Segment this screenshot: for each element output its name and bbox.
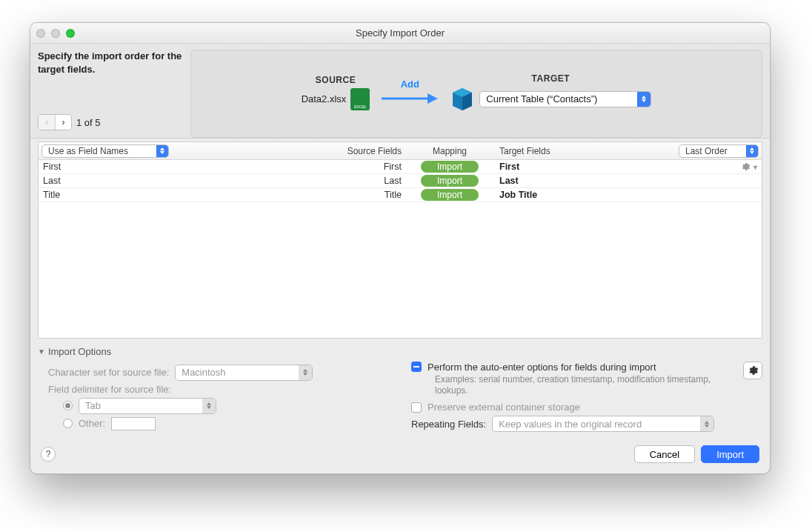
repeating-label: Repeating Fields: [411,419,486,430]
select-arrows-icon [202,399,216,413]
table-body: FirstFirst Import First ▾ LastLast Impor… [39,160,762,338]
record-pager: ‹ › 1 of 5 [38,114,186,130]
th-target: Target Fields Last Order [490,144,762,158]
preserve-label: Preserve external container storage [427,402,580,413]
help-button[interactable]: ? [41,447,56,462]
import-order-dialog: Specify Import Order Specify the import … [30,22,771,474]
use-as-select[interactable]: Use as Field Names [41,144,169,158]
mapping-pill[interactable]: Import [421,161,479,173]
target-table-value: Current Table (“Contacts”) [486,93,602,104]
options-left: Character set for source file: Macintosh… [38,362,389,435]
pager-segment: ‹ › [38,114,72,130]
mapping-pill[interactable]: Import [421,175,479,187]
repeating-select: Keep values in the original record [492,416,714,432]
excel-file-icon [350,88,370,110]
delimiter-tab-select: Tab [79,398,216,414]
select-arrows-icon [299,365,312,380]
mapping-pill[interactable]: Import [421,189,479,201]
options-title: Import Options [48,346,111,357]
th-source: Use as Field Names Source Fields [39,144,409,158]
window-title: Specify Import Order [30,27,770,39]
autoenter-label: Perform the auto-enter options for field… [427,362,656,373]
charset-select: Macintosh [175,365,313,381]
header: Specify the import order for the target … [30,44,770,139]
target-heading: TARGET [532,73,570,84]
table-row[interactable]: LastLast Import Last [39,174,762,188]
delimiter-label: Field delimiter for source file: [48,384,171,395]
settings-button[interactable] [743,362,762,379]
select-arrows-icon [637,92,650,107]
header-left: Specify the import order for the target … [38,50,186,138]
th-target-label: Target Fields [499,146,550,156]
svg-marker-1 [427,93,438,104]
source-column: SOURCE Data2.xlsx [302,75,370,110]
preserve-checkbox [411,402,422,413]
sort-order-select[interactable]: Last Order [679,144,759,158]
instruction-text: Specify the import order for the target … [38,50,186,76]
repeating-row: Repeating Fields: Keep values in the ori… [411,416,762,432]
select-arrows-icon [746,145,758,157]
disclosure-triangle-icon: ▼ [38,347,45,356]
cancel-button[interactable]: Cancel [634,445,695,463]
table-header: Use as Field Names Source Fields Mapping… [39,142,762,160]
preserve-row: Preserve external container storage [411,402,762,413]
delimiter-other-input [111,417,156,430]
autoenter-hint: Examples: serial number, creation timest… [435,374,737,397]
import-options: ▼ Import Options Character set for sourc… [38,346,762,435]
target-table-select[interactable]: Current Table (“Contacts”) [479,91,651,107]
delimiter-tab-row: Tab [63,398,389,414]
autoenter-checkbox[interactable] [411,362,422,372]
table-row[interactable]: TitleTitle Import Job Title [39,188,762,202]
options-right: Perform the auto-enter options for field… [411,362,762,435]
th-mapping-label: Mapping [409,146,490,156]
chevron-down-icon[interactable]: ▾ [753,163,757,171]
pager-prev-button[interactable]: ‹ [39,115,55,130]
radio-other [63,419,73,428]
gear-icon[interactable] [740,162,751,172]
target-column: TARGET Current Table (“Contacts”) [450,73,651,112]
add-mode-label[interactable]: Add [401,79,419,90]
titlebar: Specify Import Order [30,23,770,44]
select-arrows-icon [156,145,168,157]
pager-next-button[interactable]: › [55,115,71,130]
import-button[interactable]: Import [701,445,759,463]
arrow-icon [380,91,439,106]
radio-tab [63,401,73,410]
mapping-arrow: Add [380,79,439,106]
options-header[interactable]: ▼ Import Options [38,346,762,357]
delimiter-other-label: Other: [79,418,105,429]
charset-label: Character set for source file: [48,367,169,378]
field-mapping-table: Use as Field Names Source Fields Mapping… [38,142,762,339]
source-target-panel: SOURCE Data2.xlsx Add TARGET [190,50,762,138]
select-arrows-icon [700,416,713,431]
footer: ? Cancel Import [30,441,770,473]
table-row[interactable]: FirstFirst Import First ▾ [39,160,762,174]
delimiter-other-row: Other: [63,417,389,430]
source-heading: SOURCE [316,75,356,85]
filemaker-icon [450,87,475,112]
delimiter-label-row: Field delimiter for source file: [48,384,389,395]
pager-label: 1 of 5 [76,117,101,128]
th-source-label: Source Fields [347,146,409,156]
source-filename: Data2.xlsx [302,93,347,104]
target-row: Current Table (“Contacts”) [450,87,651,112]
charset-row: Character set for source file: Macintosh [48,365,389,381]
source-row: Data2.xlsx [302,88,370,110]
gear-icon [747,365,759,376]
